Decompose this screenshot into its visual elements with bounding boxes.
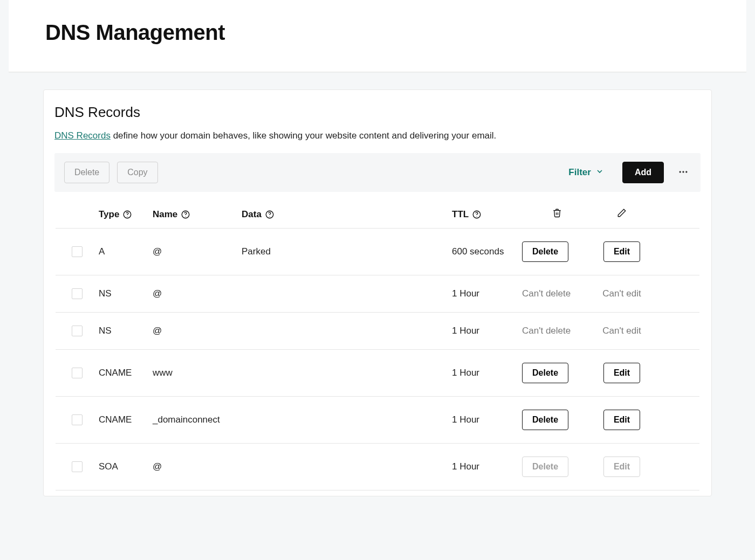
cant-delete-text: Can't delete [522,326,571,336]
more-horizontal-icon [678,167,689,179]
delete-button: Delete [522,457,568,477]
cant-delete-text: Can't delete [522,288,571,299]
edit-button[interactable]: Edit [603,363,640,383]
col-delete [522,208,592,220]
cell-type: CNAME [99,368,153,378]
bulk-copy-button[interactable]: Copy [117,162,157,183]
help-icon[interactable] [181,210,190,219]
cell-ttl: 1 Hour [452,326,522,336]
page-title: DNS Management [45,20,710,45]
cell-ttl: 1 Hour [452,414,522,425]
row-checkbox[interactable] [72,246,83,257]
svg-point-2 [685,171,687,172]
toolbar: Delete Copy Filter Add [54,153,701,192]
delete-button[interactable]: Delete [522,363,568,383]
help-icon[interactable] [265,210,274,219]
svg-point-1 [682,171,684,172]
svg-point-4 [127,216,128,217]
table-header: Type Name Data [56,198,699,229]
row-checkbox[interactable] [72,414,83,425]
svg-point-10 [477,216,477,217]
card-title: DNS Records [54,104,701,121]
edit-button[interactable]: Edit [603,241,640,262]
cell-ttl: 1 Hour [452,288,522,299]
cell-ttl: 1 Hour [452,368,522,378]
cell-name: @ [153,246,242,257]
chevron-down-icon [595,167,604,178]
more-menu-button[interactable] [676,164,691,181]
col-edit [592,208,651,220]
svg-point-6 [186,216,186,217]
edit-button: Edit [603,457,640,477]
delete-button[interactable]: Delete [522,241,568,262]
cell-name: @ [153,288,242,299]
row-checkbox[interactable] [72,368,83,378]
cell-name: www [153,368,242,378]
col-type: Type [99,209,153,220]
cell-name: _domainconnect [153,414,242,425]
edit-button[interactable]: Edit [603,410,640,430]
help-icon[interactable] [472,210,482,219]
row-checkbox[interactable] [72,288,83,299]
filter-label: Filter [568,167,591,178]
col-data: Data [242,209,452,220]
card-description: DNS Records define how your domain behav… [54,130,701,141]
table-row: NS@1 HourCan't deleteCan't edit [56,275,699,313]
row-checkbox[interactable] [72,326,83,336]
cell-type: NS [99,326,153,336]
table-row: CNAME_domainconnect1 HourDeleteEdit [56,397,699,444]
cell-type: SOA [99,461,153,472]
table-row: SOA@1 HourDeleteEdit [56,444,699,490]
cell-name: @ [153,461,242,472]
pencil-icon [617,208,627,220]
help-icon[interactable] [122,210,132,219]
table-row: CNAMEwww1 HourDeleteEdit [56,350,699,397]
add-button[interactable]: Add [622,162,664,183]
col-ttl: TTL [452,209,522,220]
cell-type: CNAME [99,414,153,425]
trash-icon [552,208,562,220]
dns-records-card: DNS Records DNS Records define how your … [43,89,712,496]
svg-point-8 [269,216,270,217]
col-name: Name [153,209,242,220]
delete-button[interactable]: Delete [522,410,568,430]
dns-records-table: Type Name Data [54,198,701,490]
cell-ttl: 600 seconds [452,246,522,257]
dns-records-link[interactable]: DNS Records [54,130,111,141]
page-header: DNS Management [9,0,746,72]
card-description-text: define how your domain behaves, like sho… [111,130,496,141]
filter-button[interactable]: Filter [562,163,610,183]
cant-edit-text: Can't edit [602,288,641,299]
cell-type: A [99,246,153,257]
cell-ttl: 1 Hour [452,461,522,472]
table-row: A@Parked600 secondsDeleteEdit [56,229,699,275]
cell-name: @ [153,326,242,336]
row-checkbox[interactable] [72,461,83,472]
bulk-delete-button[interactable]: Delete [64,162,109,183]
cant-edit-text: Can't edit [602,326,641,336]
cell-data: Parked [242,246,452,257]
table-row: NS@1 HourCan't deleteCan't edit [56,313,699,350]
cell-type: NS [99,288,153,299]
svg-point-0 [680,171,681,172]
